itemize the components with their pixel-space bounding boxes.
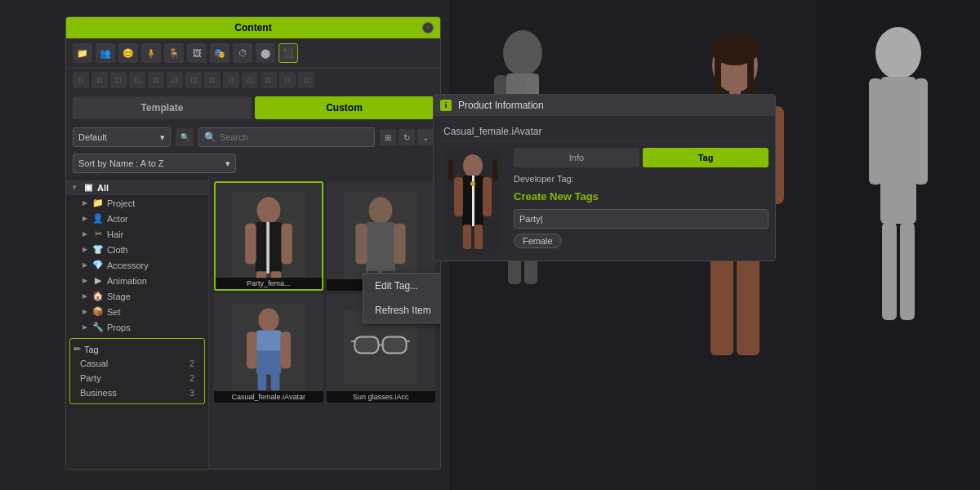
tag-item-business[interactable]: Business 3 bbox=[74, 385, 201, 400]
svg-point-63 bbox=[463, 154, 483, 177]
tb-sm-7[interactable]: □ bbox=[185, 72, 202, 88]
tag-item-casual[interactable]: Casual 2 bbox=[74, 356, 201, 371]
svg-rect-43 bbox=[394, 223, 405, 264]
context-menu: Edit Tag... Refresh Item bbox=[363, 273, 440, 323]
tb-sm-8[interactable]: □ bbox=[204, 72, 220, 88]
tb-sm-3[interactable]: □ bbox=[110, 72, 127, 88]
circle-icon[interactable]: ⬤ bbox=[256, 43, 275, 63]
female-tag-badge[interactable]: Female bbox=[514, 234, 562, 248]
product-icon: i bbox=[440, 100, 452, 111]
people-icon[interactable]: 👥 bbox=[96, 43, 115, 63]
tb-sm-4[interactable]: □ bbox=[129, 72, 145, 88]
square-icon[interactable]: ⬛ bbox=[278, 43, 298, 63]
all-icon: ▣ bbox=[82, 182, 94, 193]
svg-rect-70 bbox=[463, 225, 471, 249]
toolbar-row-2: □ □ □ □ □ □ □ □ □ □ □ □ □ bbox=[66, 69, 440, 91]
sort-chevron-icon: ▾ bbox=[225, 158, 230, 169]
tag-pencil-icon: ✏ bbox=[74, 344, 81, 354]
tb-sm-9[interactable]: □ bbox=[223, 72, 239, 88]
svg-rect-36 bbox=[281, 223, 292, 264]
product-avatar-preview bbox=[440, 148, 506, 254]
svg-rect-27 bbox=[869, 78, 882, 185]
template-tab[interactable]: Template bbox=[73, 96, 252, 119]
developer-tag-label: Developer Tag: bbox=[514, 174, 768, 184]
tb-sm-10[interactable]: □ bbox=[242, 72, 258, 88]
grid-label-3: Casual_female.iAvatar bbox=[214, 391, 323, 403]
sort-row: Sort by Name : A to Z ▾ bbox=[66, 150, 440, 176]
svg-point-72 bbox=[470, 181, 475, 186]
custom-tab[interactable]: Custom bbox=[255, 96, 434, 119]
grid-item-casual-female[interactable]: Casual_female.iAvatar bbox=[214, 294, 323, 403]
tree-item-accessory[interactable]: ▶ 💎 Accessory bbox=[66, 257, 208, 273]
create-tags-label: Create New Tags bbox=[514, 190, 768, 203]
svg-rect-16 bbox=[737, 249, 760, 355]
tag-item-party[interactable]: Party 2 bbox=[74, 371, 201, 385]
svg-point-47 bbox=[258, 309, 278, 332]
svg-point-18 bbox=[503, 30, 542, 76]
mode-tabs: Template Custom bbox=[66, 91, 440, 124]
content-titlebar: Content ✕ bbox=[66, 17, 440, 38]
content-title: Content bbox=[234, 22, 271, 33]
face-icon[interactable]: 😊 bbox=[118, 43, 138, 63]
tb-sm-11[interactable]: □ bbox=[261, 72, 277, 88]
grid-label-4: Sun glasses.iAcc bbox=[327, 391, 436, 403]
tree-item-project[interactable]: ▶ 📁 Project bbox=[66, 195, 208, 211]
folder-icon[interactable]: 📁 bbox=[73, 43, 92, 63]
svg-point-25 bbox=[875, 27, 921, 79]
tree-item-animation[interactable]: ▶ ▶ Animation bbox=[66, 273, 208, 288]
tree-item-cloth[interactable]: ▶ 👕 Cloth bbox=[66, 242, 208, 257]
filter-icon-search[interactable]: 🔍 bbox=[176, 128, 194, 146]
svg-rect-49 bbox=[256, 331, 281, 351]
svg-rect-41 bbox=[366, 222, 395, 274]
tree-item-set[interactable]: ▶ 📦 Set bbox=[66, 304, 208, 319]
tree-arrow-all: ▾ bbox=[73, 184, 79, 191]
tree-panel: ▾ ▣ All ▶ 📁 Project ▶ 👤 Actor ▶ ✂ Hair ▶ bbox=[66, 176, 209, 469]
svg-point-32 bbox=[256, 197, 280, 223]
tag-tab-btn[interactable]: Tag bbox=[643, 148, 768, 167]
product-avatar-name: Casual_female.iAvatar bbox=[440, 122, 768, 141]
grid-item-party-female[interactable]: Party_fema... bbox=[214, 181, 323, 291]
body-icon[interactable]: 🧍 bbox=[141, 43, 161, 63]
tree-item-hair[interactable]: ▶ ✂ Hair bbox=[66, 226, 208, 242]
svg-rect-71 bbox=[474, 225, 483, 249]
tb-sm-2[interactable]: □ bbox=[91, 72, 108, 88]
search-input[interactable] bbox=[220, 132, 369, 142]
expand-icon[interactable]: ⌄ bbox=[417, 129, 434, 145]
refresh-icon[interactable]: ↻ bbox=[399, 129, 415, 145]
filter-toggle-icon[interactable]: ⊞ bbox=[380, 129, 396, 145]
svg-rect-50 bbox=[247, 332, 257, 368]
tree-item-props[interactable]: ▶ 🔧 Props bbox=[66, 319, 208, 335]
tree-item-stage[interactable]: ▶ 🏠 Stage bbox=[66, 288, 208, 304]
sort-dropdown[interactable]: Sort by Name : A to Z ▾ bbox=[73, 154, 236, 173]
content-panel: Content ✕ 📁 👥 😊 🧍 🪑 🖼 🎭 ⏱ ⬤ ⬛ □ □ □ □ □ … bbox=[65, 16, 441, 470]
default-dropdown[interactable]: Default ▾ bbox=[73, 127, 171, 147]
svg-rect-68 bbox=[454, 177, 463, 216]
tree-item-all[interactable]: ▾ ▣ All bbox=[66, 180, 208, 195]
tb-sm-12[interactable]: □ bbox=[279, 72, 296, 88]
close-button[interactable]: ✕ bbox=[422, 22, 434, 33]
edit-tag-menu-item[interactable]: Edit Tag... bbox=[363, 274, 440, 298]
svg-rect-42 bbox=[356, 223, 368, 264]
tree-item-actor[interactable]: ▶ 👤 Actor bbox=[66, 211, 208, 226]
svg-rect-26 bbox=[880, 77, 916, 224]
svg-rect-69 bbox=[483, 177, 492, 216]
tb-sm-5[interactable]: □ bbox=[148, 72, 164, 88]
refresh-item-menu-item[interactable]: Refresh Item bbox=[363, 298, 440, 323]
tb-sm-1[interactable]: □ bbox=[73, 72, 89, 88]
search-icon: 🔍 bbox=[204, 131, 216, 143]
time-icon[interactable]: ⏱ bbox=[233, 43, 252, 63]
tag-input[interactable] bbox=[514, 209, 768, 229]
search-box: 🔍 bbox=[198, 127, 375, 147]
tag-header: ✏ Tag bbox=[74, 342, 201, 356]
tb-sm-13[interactable]: □ bbox=[298, 72, 314, 88]
svg-rect-64 bbox=[448, 160, 453, 180]
image-icon[interactable]: 🖼 bbox=[187, 43, 207, 63]
info-tab-btn[interactable]: Info bbox=[514, 148, 639, 167]
svg-rect-7 bbox=[747, 41, 754, 102]
product-avatar-svg bbox=[444, 148, 501, 254]
chair-icon[interactable]: 🪑 bbox=[164, 43, 184, 63]
main-content: ▾ ▣ All ▶ 📁 Project ▶ 👤 Actor ▶ ✂ Hair ▶ bbox=[66, 176, 440, 469]
product-panel: i Product Information Casual_female.iAva… bbox=[433, 94, 776, 261]
tb-sm-6[interactable]: □ bbox=[167, 72, 183, 88]
motion-icon[interactable]: 🎭 bbox=[210, 43, 229, 63]
